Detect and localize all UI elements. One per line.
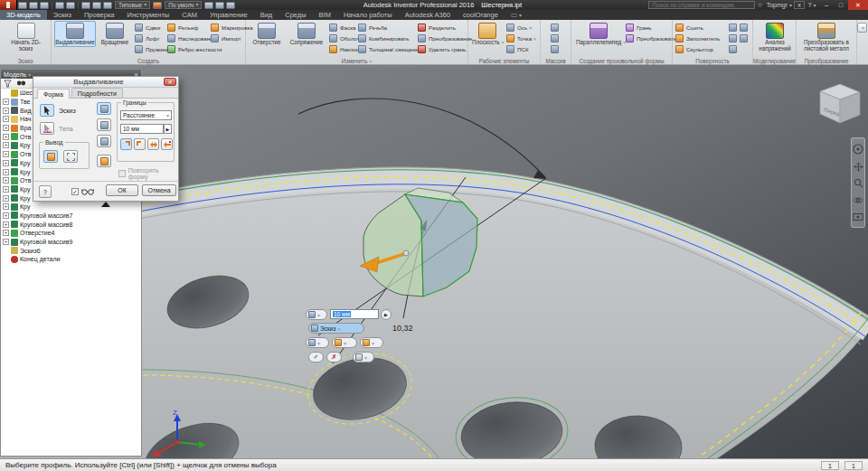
- tree-item-circular-pattern8[interactable]: +Круговой массив8: [1, 220, 141, 229]
- tree-item-hole4[interactable]: +Отверстие4: [1, 229, 141, 238]
- tree-item-pattern[interactable]: +Кру: [1, 203, 141, 212]
- mtb-distance-mode-button[interactable]: [306, 309, 327, 320]
- expand-icon[interactable]: +: [3, 125, 9, 131]
- expand-icon[interactable]: +: [3, 186, 9, 193]
- tab-3d-model[interactable]: 3D-модель: [0, 10, 47, 20]
- expand-icon[interactable]: +: [3, 108, 9, 114]
- undo-icon[interactable]: [55, 2, 64, 9]
- new-solid-button[interactable]: [97, 155, 111, 167]
- appearance-dropdown[interactable]: По умолч: [165, 1, 202, 9]
- expand-icon[interactable]: +: [3, 134, 9, 140]
- ok-button[interactable]: ОК: [106, 184, 138, 196]
- expand-icon[interactable]: +: [3, 203, 9, 210]
- sculpt-button[interactable]: Скульптор: [675, 43, 720, 54]
- select-profile-button[interactable]: [40, 104, 54, 117]
- loft-button[interactable]: Лофт: [135, 33, 168, 43]
- new-icon[interactable]: [18, 2, 27, 9]
- home-icon[interactable]: [81, 2, 90, 9]
- match-shape-checkbox[interactable]: [118, 170, 126, 177]
- mtb-distance-input[interactable]: 10 мм: [330, 309, 379, 319]
- direct-edit-button[interactable]: Преобразование: [418, 33, 472, 43]
- tab-view[interactable]: Вид: [254, 10, 279, 20]
- direction-symmetric-button[interactable]: [147, 138, 159, 150]
- trim-surface-button[interactable]: [729, 22, 750, 33]
- delete-surface-button[interactable]: [729, 33, 750, 43]
- hole-button[interactable]: Отверстие: [249, 21, 285, 47]
- expand-icon[interactable]: +: [3, 160, 9, 166]
- tree-item-circular-pattern7[interactable]: +Круговой массив7: [1, 212, 141, 221]
- full-navigation-wheel-icon[interactable]: [853, 144, 863, 155]
- open-icon[interactable]: [29, 2, 38, 9]
- tree-item-end-of-part[interactable]: Конец детали: [1, 255, 141, 264]
- patch-button[interactable]: Заполнитель: [675, 33, 720, 43]
- extent-type-select[interactable]: Расстояние: [120, 110, 172, 120]
- delete-face-button[interactable]: Удалить грань: [418, 43, 472, 54]
- thicken-button[interactable]: Толщина/ смещение: [358, 43, 422, 54]
- look-at-icon[interactable]: [853, 212, 863, 221]
- ucs-button[interactable]: ПСК: [506, 43, 536, 54]
- expand-icon[interactable]: +: [3, 230, 9, 236]
- group-label-modify[interactable]: Изменить: [246, 58, 467, 64]
- tab-a360[interactable]: Autodesk A360: [399, 10, 457, 20]
- extrude-grip-ball[interactable]: [403, 250, 409, 256]
- expand-icon[interactable]: +: [3, 99, 9, 105]
- parameters-icon[interactable]: [215, 2, 224, 9]
- mtb-options-button[interactable]: [353, 352, 374, 363]
- measure-icon[interactable]: [226, 2, 235, 9]
- sweep-button[interactable]: Сдвиг: [135, 22, 168, 33]
- browser-filter-icon[interactable]: [4, 80, 12, 88]
- dialog-tab-shape[interactable]: Форма: [37, 89, 70, 99]
- expand-icon[interactable]: +: [3, 116, 9, 122]
- tree-item-sketch6[interactable]: Эскиз6: [1, 246, 141, 255]
- split-button[interactable]: Разделить: [418, 22, 472, 33]
- combine-button[interactable]: Комбинировать: [358, 33, 422, 43]
- rib-button[interactable]: Ребро жесткости: [167, 43, 222, 54]
- select-icon[interactable]: [103, 2, 112, 9]
- box-freeform-button[interactable]: Параллелепипед: [575, 21, 622, 47]
- axis-button[interactable]: Ось: [506, 22, 536, 33]
- cancel-button[interactable]: Отмена: [142, 184, 176, 196]
- expand-icon[interactable]: +: [3, 195, 9, 202]
- search-input[interactable]: [648, 1, 755, 9]
- restore-button[interactable]: □: [834, 0, 848, 10]
- point-button[interactable]: Точка: [506, 33, 536, 43]
- orbit-icon[interactable]: [853, 195, 863, 205]
- tree-item-circular-pattern9[interactable]: +Круговой массив9: [1, 238, 141, 247]
- ribbon-display-toggle[interactable]: ▭: [505, 10, 528, 20]
- close-button[interactable]: ✕: [848, 0, 868, 10]
- tab-tools[interactable]: Инструменты: [121, 10, 176, 20]
- expand-icon[interactable]: +: [3, 239, 9, 245]
- circular-pattern-button[interactable]: [551, 33, 561, 43]
- user-menu[interactable]: Topmgr: [767, 2, 792, 8]
- boolean-intersect-button[interactable]: [97, 135, 111, 147]
- direction-default-button[interactable]: [120, 138, 132, 150]
- expand-icon[interactable]: +: [3, 169, 9, 175]
- ribbon-overflow-menu[interactable]: [857, 23, 867, 33]
- output-surface-button[interactable]: [63, 150, 78, 163]
- tab-inspect[interactable]: Проверка: [78, 10, 121, 20]
- dialog-close-button[interactable]: ✕: [164, 78, 176, 86]
- sign-in-icon[interactable]: ☆: [757, 2, 762, 9]
- mtb-profile-select[interactable]: Эскиз: [308, 323, 364, 334]
- boolean-join-button[interactable]: [97, 102, 111, 115]
- distance-flyout-button[interactable]: ▶: [164, 124, 172, 134]
- tab-manage[interactable]: Управление: [203, 10, 254, 20]
- tab-sketch[interactable]: Эскиз: [47, 10, 78, 20]
- mirror-button[interactable]: [551, 43, 561, 54]
- dialog-tab-details[interactable]: Подробности: [71, 88, 123, 98]
- minimize-button[interactable]: –: [819, 0, 834, 10]
- revolve-button[interactable]: Вращение: [98, 21, 132, 47]
- tab-coolorange[interactable]: coolOrange: [457, 10, 505, 20]
- material-icon[interactable]: [204, 2, 213, 9]
- inventor-logo[interactable]: [0, 0, 17, 10]
- tab-cam[interactable]: CAM: [175, 10, 203, 20]
- browser-search-icon[interactable]: [16, 80, 26, 87]
- dialog-help-button[interactable]: ?: [39, 185, 52, 198]
- direction-flipped-button[interactable]: [134, 138, 146, 150]
- output-solid-button[interactable]: [43, 150, 58, 163]
- coil-button[interactable]: Пружина: [135, 43, 168, 54]
- preview-checkbox[interactable]: ✓: [71, 188, 79, 195]
- stress-analysis-button[interactable]: Анализ напряжений: [755, 21, 795, 53]
- mtb-apply-button[interactable]: ✓: [308, 352, 324, 363]
- face-freeform-button[interactable]: Грань: [626, 22, 676, 33]
